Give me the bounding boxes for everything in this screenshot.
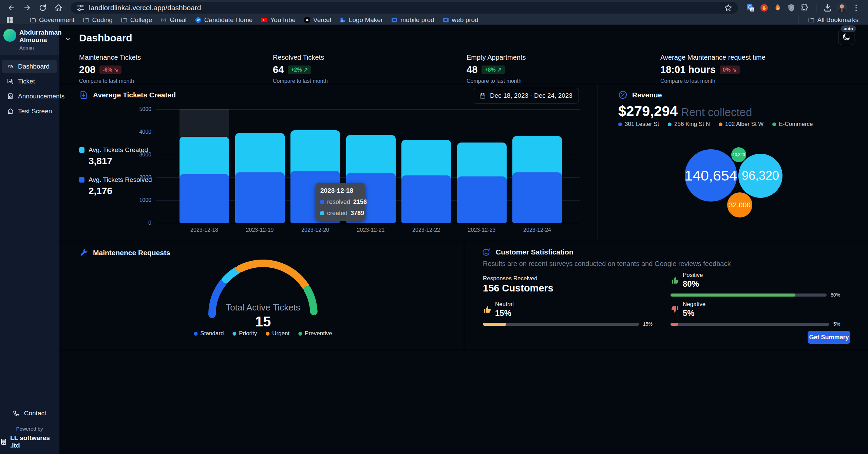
theme-auto-badge: auto <box>841 25 856 32</box>
sidebar-item-dashboard[interactable]: Dashboard <box>2 60 57 73</box>
y-axis-tick: 3000 <box>130 152 151 158</box>
bookmark-item[interactable]: Government <box>25 16 79 24</box>
bar-resolved-2023-12-24[interactable] <box>512 172 562 223</box>
date-range-button[interactable]: Dec 18, 2023 - Dec 24, 2023 <box>473 88 579 103</box>
stat-label: Average Maintenance request time <box>660 54 854 61</box>
bar-resolved-2023-12-22[interactable] <box>401 175 451 223</box>
legend-swatch <box>79 147 84 153</box>
bookmark-item[interactable]: WCandidate Home <box>191 16 257 24</box>
bookmark-label: College <box>130 16 152 24</box>
reload-icon[interactable] <box>36 1 50 15</box>
gauge-segment-standard[interactable] <box>212 282 223 314</box>
bookmark-item[interactable]: College <box>117 16 156 24</box>
all-bookmarks-button[interactable]: All Bookmarks <box>804 16 863 24</box>
user-avatar <box>3 29 16 42</box>
bookmark-item[interactable]: YouTube <box>257 16 300 24</box>
profile-avatar[interactable] <box>837 3 847 13</box>
kebab-menu-icon[interactable] <box>852 3 861 12</box>
thumb-up-icon <box>671 274 679 283</box>
gauge-segment-urgent[interactable] <box>240 263 306 286</box>
tune-icon[interactable] <box>76 3 85 12</box>
url-bar[interactable]: landlordlinkai.vercel.app/dashboard <box>71 2 738 14</box>
bar-resolved-2023-12-18[interactable] <box>180 174 229 223</box>
thumb-down-icon <box>671 303 679 312</box>
star-icon[interactable] <box>724 3 733 12</box>
stat-value: 48 <box>467 64 477 75</box>
bookmark-item[interactable]: mobile prod <box>387 16 438 24</box>
metric-label: Neutral <box>495 301 514 308</box>
shield-icon[interactable] <box>787 3 796 12</box>
metric-progress-track <box>483 323 639 326</box>
x-axis-label: 2023-12-24 <box>508 227 566 233</box>
bookmark-item[interactable]: Gmail <box>156 16 191 24</box>
user-role: Admin <box>19 45 62 51</box>
adblock-icon[interactable]: ✋ <box>760 3 769 12</box>
theme-toggle-button[interactable]: auto <box>838 29 854 45</box>
url-text[interactable]: landlordlinkai.vercel.app/dashboard <box>89 4 201 12</box>
sidebar-item-announcements[interactable]: Announcements <box>2 90 57 103</box>
bookmark-item[interactable]: Vercel <box>300 16 335 24</box>
user-card[interactable]: Abdurrahman Almouna Admin <box>0 25 59 55</box>
y-axis-tick: 1000 <box>130 197 151 203</box>
metric-progress-track <box>671 294 827 297</box>
download-icon[interactable] <box>823 3 832 12</box>
metric-neutral: Neutral15%15% <box>483 301 653 327</box>
home-icon[interactable] <box>52 1 65 15</box>
sidebar-item-ticket[interactable]: Ticket <box>2 75 57 88</box>
youtube-icon <box>261 17 267 23</box>
bar-resolved-2023-12-19[interactable] <box>235 172 285 223</box>
sidebar: Abdurrahman Almouna Admin DashboardTicke… <box>0 25 59 454</box>
bookmarks-bar: GovernmentCodingCollegeGmailWCandidate H… <box>0 15 868 25</box>
gmail-icon <box>160 17 167 23</box>
bookmark-item[interactable]: Logo Maker <box>335 16 387 24</box>
resolved-swatch <box>320 200 324 204</box>
side-nav: DashboardTicketAnnouncementsTest Screen <box>0 60 59 118</box>
stat-label: Maintenance Tickets <box>79 54 273 61</box>
legend-dot <box>194 332 197 336</box>
metric-value: 80% <box>683 279 703 289</box>
stat-value: 208 <box>79 64 95 75</box>
maintenance-panel: Maintenence Requests Total Active Ticket… <box>59 241 464 351</box>
tooltip-date: 2023-12-18 <box>320 187 360 194</box>
date-range-label: Dec 18, 2023 - Dec 24, 2023 <box>490 92 572 99</box>
gauge-segment-priority[interactable] <box>226 270 237 279</box>
apps-grid-icon[interactable] <box>5 16 14 24</box>
relay-icon[interactable] <box>773 3 782 12</box>
gauge-segment-preventive[interactable] <box>307 289 314 311</box>
wrench-icon <box>79 248 88 257</box>
revenue-bubble-102-alber-st-w[interactable]: 32,000 <box>727 192 752 217</box>
puzzle-icon[interactable] <box>800 3 809 12</box>
contact-button[interactable]: Contact <box>0 410 59 417</box>
legend-label: Preventive <box>305 330 332 337</box>
bookmarks-separator <box>20 16 20 24</box>
revenue-bubble-e-commerce[interactable]: 10,320 <box>731 147 746 162</box>
satisfaction-subtitle: Results are on recent surveys conducted … <box>483 260 731 268</box>
bookmark-item[interactable]: Coding <box>79 16 117 24</box>
satisfaction-panel-title: Customer Satisfication <box>496 248 573 256</box>
forward-icon[interactable] <box>20 1 34 15</box>
x-axis-label: 2023-12-18 <box>175 227 233 233</box>
revenue-bubble-256-king-st-n[interactable]: 96,320 <box>738 154 782 198</box>
stat-value: 64 <box>273 64 284 75</box>
candidate-icon: W <box>195 17 202 23</box>
translate-icon[interactable]: G文 <box>746 3 755 12</box>
company-label: LL softwares .ltd <box>10 434 59 449</box>
chart-tooltip: 2023-12-18 resolved 2156 created 3789 <box>316 183 365 221</box>
bar-resolved-2023-12-23[interactable] <box>457 176 507 223</box>
svg-text:文: 文 <box>751 8 754 11</box>
app-frame: Abdurrahman Almouna Admin DashboardTicke… <box>0 25 868 454</box>
back-icon[interactable] <box>5 1 18 15</box>
bookmark-label: Vercel <box>313 16 331 24</box>
stat-label: Empty Appartments <box>467 54 660 61</box>
powered-by-label: Powered by <box>0 426 59 432</box>
all-bookmarks-label: All Bookmarks <box>817 16 858 24</box>
satisfaction-panel-header: Customer Satisfication <box>482 247 573 257</box>
x-axis-label: 2023-12-22 <box>397 227 455 233</box>
sidebar-item-test-screen[interactable]: Test Screen <box>2 105 57 118</box>
get-summary-button[interactable]: Get Summary <box>808 331 850 344</box>
stat-subtext: Compare to last month <box>467 78 660 84</box>
charts-row: Average Tickets Created Dec 18, 2023 - D… <box>59 84 868 241</box>
legend-label: Urgent <box>272 330 289 337</box>
revenue-bubble-301-lester-st[interactable]: 140,654 <box>685 149 737 202</box>
bookmark-item[interactable]: web prod <box>438 16 483 24</box>
